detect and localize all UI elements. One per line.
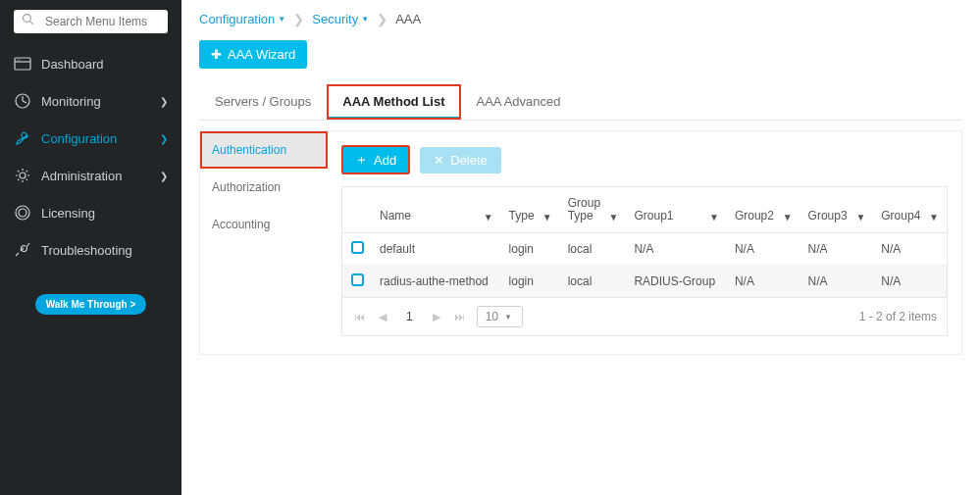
filter-icon[interactable]: ▼	[855, 212, 865, 223]
column-label: Group1	[634, 210, 673, 223]
sidebar-item-licensing[interactable]: Licensing	[0, 194, 181, 231]
pager-first-button[interactable]: ⏮	[352, 311, 367, 322]
caret-down-icon: ▼	[504, 313, 512, 322]
breadcrumb-separator: ❯	[377, 12, 387, 26]
tab-aaa-advanced[interactable]: AAA Advanced	[461, 84, 577, 120]
cell-group-type: local	[560, 266, 627, 298]
column-label: GroupType	[568, 197, 600, 223]
cell-group3: N/A	[800, 233, 874, 266]
tab-content: ＋ Add ✕ Delete Name▼Type▼GroupType▼Group…	[328, 131, 961, 354]
sidebar-item-label: Monitoring	[41, 94, 150, 109]
chevron-right-icon: ❯	[160, 171, 168, 181]
cell-name: radius-authe-method	[372, 266, 501, 298]
chevron-right-icon: ❯	[160, 133, 168, 144]
dashboard-icon	[14, 55, 31, 73]
sidebar: DashboardMonitoring❯Configuration❯Admini…	[0, 0, 181, 495]
caret-down-icon: ▼	[278, 15, 285, 24]
column-group-type[interactable]: GroupType▼	[560, 187, 627, 233]
sidebar-item-monitoring[interactable]: Monitoring❯	[0, 82, 181, 120]
aaa-wizard-button[interactable]: ✚ AAA Wizard	[199, 40, 307, 69]
filter-icon[interactable]: ▼	[542, 212, 552, 223]
table-row[interactable]: radius-authe-methodloginlocalRADIUS-Grou…	[342, 266, 947, 298]
sidebar-item-label: Licensing	[41, 206, 168, 221]
column-group2[interactable]: Group2▼	[727, 187, 800, 233]
wizard-label: AAA Wizard	[228, 47, 295, 62]
breadcrumb-label: Security	[312, 12, 358, 26]
svg-point-7	[20, 173, 26, 178]
configuration-icon	[14, 129, 31, 147]
filter-icon[interactable]: ▼	[484, 212, 493, 223]
breadcrumb-configuration[interactable]: Configuration ▼	[199, 12, 285, 26]
filter-icon[interactable]: ▼	[783, 212, 793, 223]
column-group3[interactable]: Group3▼	[800, 187, 874, 233]
svg-rect-2	[15, 58, 30, 70]
pager-prev-button[interactable]: ◀	[377, 311, 388, 323]
column-name[interactable]: Name▼	[372, 187, 501, 233]
filter-icon[interactable]: ▼	[709, 212, 719, 223]
search-input[interactable]	[45, 15, 192, 28]
subtab-accounting[interactable]: Accounting	[200, 206, 328, 243]
cell-name: default	[372, 233, 501, 266]
cell-group4: N/A	[873, 266, 947, 298]
breadcrumb: Configuration ▼ ❯ Security ▼ ❯ AAA	[199, 12, 962, 26]
plus-icon: ＋	[355, 151, 368, 169]
column-checkbox	[342, 187, 372, 233]
delete-button[interactable]: ✕ Delete	[420, 147, 501, 173]
caret-down-icon: ▼	[361, 15, 369, 24]
add-label: Add	[374, 153, 396, 168]
add-button[interactable]: ＋ Add	[341, 145, 410, 174]
column-label: Group4	[881, 210, 920, 223]
subtab-authentication[interactable]: Authentication	[200, 131, 328, 169]
filter-icon[interactable]: ▼	[929, 212, 939, 223]
sidebar-item-dashboard[interactable]: Dashboard	[0, 45, 181, 82]
monitoring-icon	[14, 92, 31, 110]
column-group1[interactable]: Group1▼	[626, 187, 726, 233]
breadcrumb-security[interactable]: Security ▼	[312, 12, 369, 26]
pager-last-button[interactable]: ⏭	[452, 311, 467, 322]
plus-icon: ✚	[211, 47, 222, 62]
cell-group1: RADIUS-Group	[626, 266, 726, 298]
subtab-authorization[interactable]: Authorization	[200, 169, 328, 206]
svg-point-0	[24, 15, 31, 23]
row-checkbox[interactable]	[351, 241, 364, 254]
row-checkbox[interactable]	[351, 273, 364, 286]
breadcrumb-current: AAA	[395, 12, 421, 26]
sidebar-item-label: Administration	[41, 169, 150, 183]
data-grid: Name▼Type▼GroupType▼Group1▼Group2▼Group3…	[341, 186, 948, 336]
column-label: Name	[380, 210, 411, 223]
page-size-select[interactable]: 10 ▼	[477, 306, 523, 327]
sidebar-item-configuration[interactable]: Configuration❯	[0, 120, 181, 157]
sidebar-item-troubleshooting[interactable]: Troubleshooting	[0, 231, 181, 269]
sidebar-item-administration[interactable]: Administration❯	[0, 157, 181, 194]
cell-group2: N/A	[727, 233, 800, 266]
delete-label: Delete	[450, 153, 488, 168]
sidebar-item-label: Troubleshooting	[41, 243, 168, 258]
pager-page-number: 1	[398, 310, 421, 323]
column-type[interactable]: Type▼	[501, 187, 560, 233]
pager: ⏮ ◀ 1 ▶ ⏭ 10 ▼ 1 - 2 of 2 items	[342, 297, 947, 335]
table-row[interactable]: defaultloginlocalN/AN/AN/AN/A	[342, 233, 947, 266]
search-box[interactable]	[14, 10, 168, 33]
walk-me-through-button[interactable]: Walk Me Through >	[35, 294, 147, 315]
nav-list: DashboardMonitoring❯Configuration❯Admini…	[0, 45, 181, 269]
tab-aaa-method-list[interactable]: AAA Method List	[327, 84, 460, 120]
main-content: Configuration ▼ ❯ Security ▼ ❯ AAA ✚ AAA…	[181, 0, 980, 495]
cell-group-type: local	[560, 233, 627, 266]
filter-icon[interactable]: ▼	[609, 212, 619, 223]
svg-point-5	[19, 59, 20, 60]
column-label: Group2	[735, 210, 774, 223]
svg-point-9	[19, 209, 26, 217]
tab-servers-groups[interactable]: Servers / Groups	[199, 84, 327, 120]
breadcrumb-label: Configuration	[199, 12, 275, 26]
x-icon: ✕	[434, 153, 444, 168]
tabs: Servers / GroupsAAA Method ListAAA Advan…	[199, 84, 962, 121]
column-group4[interactable]: Group4▼	[873, 187, 947, 233]
cell-group1: N/A	[626, 233, 726, 266]
sidebar-item-label: Configuration	[41, 131, 150, 146]
sidebar-item-label: Dashboard	[41, 57, 168, 72]
cell-group3: N/A	[800, 266, 874, 298]
pager-next-button[interactable]: ▶	[431, 311, 442, 323]
column-label: Type	[509, 210, 535, 223]
cell-type: login	[501, 233, 560, 266]
search-icon	[22, 13, 39, 30]
